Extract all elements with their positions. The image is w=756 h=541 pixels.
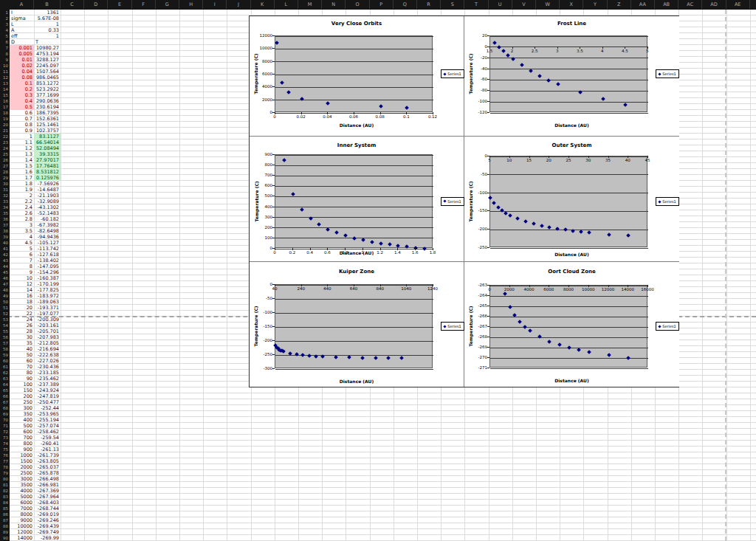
row-header-81[interactable]: 81 [0,482,8,488]
row-header-30[interactable]: 30 [0,181,8,187]
param-label[interactable]: sigma [10,15,34,21]
cell-distance[interactable]: 1.2 [10,145,34,151]
cell-temperature[interactable]: -32.9089 [34,199,61,204]
cell-distance[interactable]: 200 [10,393,34,399]
cell-temperature[interactable]: 4753.194 [34,51,61,57]
chart-legend[interactable]: Series1 [441,197,464,206]
row-header-59[interactable]: 59 [0,352,8,358]
param-value[interactable]: 1 [34,33,61,39]
cell-distance[interactable]: 0.1 [10,80,34,86]
column-header-AE[interactable]: AE [726,0,750,9]
cell-distance[interactable]: 400 [10,417,34,423]
cell-distance[interactable]: 500 [10,423,34,429]
cell-temperature[interactable]: 17.76481 [34,163,61,169]
param-value[interactable]: 1 [34,21,61,27]
row-header-73[interactable]: 73 [0,435,8,441]
row-header-19[interactable]: 19 [0,116,8,122]
cell-temperature[interactable]: -235.462 [34,376,61,382]
row-header-55[interactable]: 55 [0,328,8,334]
cell-temperature[interactable]: -203.161 [34,323,61,328]
chart-inner-system[interactable]: Inner System0100200300400500600700800900… [250,137,464,262]
column-header-N[interactable]: N [322,0,346,9]
row-header-62[interactable]: 62 [0,370,8,376]
row-header-41[interactable]: 41 [0,246,8,252]
row-header-48[interactable]: 48 [0,287,8,293]
cell-distance[interactable]: 20 [10,305,34,311]
row-header-6[interactable]: 6 [0,39,8,45]
row-header-10[interactable]: 10 [0,63,8,69]
cell-distance[interactable]: 1.5 [10,163,34,169]
cell-temperature[interactable]: -170.199 [34,281,61,287]
cell-distance[interactable]: 14 [10,287,34,293]
column-header-T[interactable]: T [464,0,488,9]
row-header-16[interactable]: 16 [0,98,8,104]
cell-distance[interactable]: 1 [10,134,34,139]
column-header-AD[interactable]: AD [702,0,726,9]
param-value[interactable]: 5.67E-08 [34,15,61,21]
cell-temperature[interactable]: -222.638 [34,352,61,358]
column-header-U[interactable]: U [489,0,512,9]
column-header-R[interactable]: R [417,0,441,9]
cell-distance[interactable]: 1000 [10,452,34,458]
cell-temperature[interactable]: -207.983 [34,334,61,340]
row-header-26[interactable]: 26 [0,157,8,163]
cell-distance[interactable]: 350 [10,411,34,417]
row-header-17[interactable]: 17 [0,104,8,110]
cell-distance[interactable]: 0.5 [10,104,34,110]
column-header-L[interactable]: L [275,0,298,9]
cell-distance[interactable]: 0.005 [10,51,34,57]
cell-temperature[interactable]: -269.749 [34,529,61,535]
cell-distance[interactable]: 6 [10,252,34,258]
row-header-78[interactable]: 78 [0,464,8,470]
row-header-20[interactable]: 20 [0,122,8,128]
cell-distance[interactable]: 70 [10,364,34,370]
chart-kuiper-zone[interactable]: Kuiper Zone0-50-100-150-200-250-30040240… [250,262,464,387]
cell-temperature[interactable]: -147.095 [34,263,61,269]
cell-distance[interactable]: 800 [10,441,34,447]
cell-temperature[interactable]: 39.3315 [34,151,61,157]
row-header-61[interactable]: 61 [0,364,8,370]
row-header-37[interactable]: 37 [0,222,8,228]
row-header-36[interactable]: 36 [0,216,8,222]
cell-temperature[interactable]: -154.296 [34,269,61,275]
cell-distance[interactable]: 10000 [10,523,34,529]
row-header-22[interactable]: 22 [0,134,8,139]
cell-distance[interactable]: 26 [10,323,34,328]
cell-distance[interactable]: 28 [10,328,34,334]
cell-temperature[interactable]: -160.387 [34,275,61,281]
select-all-corner[interactable] [0,0,10,10]
column-header-I[interactable]: I [203,0,227,9]
cell-distance[interactable]: 0.2 [10,86,34,92]
cell-temperature[interactable]: -255.194 [34,417,61,423]
row-header-51[interactable]: 51 [0,305,8,311]
row-header-77[interactable]: 77 [0,458,8,464]
row-header-63[interactable]: 63 [0,376,8,382]
chart-legend[interactable]: Series1 [656,69,679,78]
row-header-23[interactable]: 23 [0,139,8,145]
chart-oort-cloud-zone[interactable]: Oort Cloud Zone-263-264-265-266-267-268-… [464,262,679,387]
column-header-AB[interactable]: AB [655,0,678,9]
row-header-44[interactable]: 44 [0,263,8,269]
cell-temperature[interactable]: -266.981 [34,482,61,488]
cell-distance[interactable]: 7000 [10,506,34,511]
cell-distance[interactable]: 1.1 [10,139,34,145]
param-label[interactable]: L [10,21,34,27]
cell-temperature[interactable]: 27.97017 [34,157,61,163]
row-header-33[interactable]: 33 [0,199,8,204]
chart-plot-area[interactable] [275,154,433,248]
column-header-J[interactable]: J [227,0,250,9]
cell-distance[interactable]: 250 [10,399,34,405]
chart-plot-area[interactable] [275,35,433,112]
cell-temperature[interactable]: -265.878 [34,470,61,476]
param-label[interactable]: eff [10,33,34,39]
chart-plot-area[interactable] [489,35,647,112]
cell-distance[interactable]: 3.5 [10,228,34,234]
cell-distance[interactable]: 12000 [10,529,34,535]
column-header-F[interactable]: F [132,0,156,9]
cell-temperature[interactable]: -21.1903 [34,193,61,199]
column-header-K[interactable]: K [251,0,275,9]
cell-temperature[interactable]: 66.54014 [34,139,61,145]
cell-temperature[interactable]: -252.44 [34,405,61,411]
row-header-34[interactable]: 34 [0,204,8,210]
param-value[interactable]: 0.33 [34,27,61,33]
